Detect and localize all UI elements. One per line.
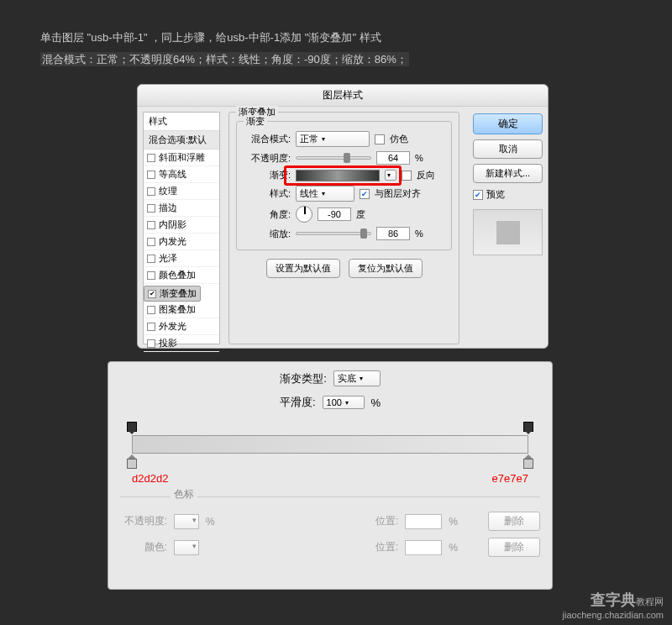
dialog-title: 图层样式 <box>138 85 548 107</box>
scale-slider[interactable] <box>296 232 371 235</box>
sidebar-item-label: 内发光 <box>159 235 186 248</box>
color-stop-left[interactable] <box>127 455 137 467</box>
angle-label: 角度: <box>244 208 291 221</box>
sidebar-item-label: 投影 <box>159 337 177 349</box>
gradient-bar[interactable] <box>132 435 528 454</box>
sidebar-checkbox-2[interactable] <box>147 187 155 196</box>
sidebar-item-7[interactable]: 颜色叠加 <box>144 267 219 284</box>
sidebar-blend-options[interactable]: 混合选项:默认 <box>144 131 219 150</box>
dither-checkbox[interactable] <box>375 134 385 144</box>
sidebar-item-9[interactable]: 图案叠加 <box>144 302 219 318</box>
sidebar-item-4[interactable]: 内阴影 <box>144 217 219 234</box>
sidebar-checkbox-7[interactable] <box>147 271 155 280</box>
stop-color-label: 颜色: <box>120 540 167 554</box>
instruction-text-1a: 单击图层 "usb-中部-1" ，同上步骤，给usb-中部-1添加 <box>40 31 302 44</box>
sidebar-item-label: 图案叠加 <box>159 303 196 316</box>
reset-default-button[interactable]: 复位为默认值 <box>349 259 423 278</box>
ok-button[interactable]: 确定 <box>473 113 543 134</box>
stop-opacity-swatch[interactable] <box>174 514 199 529</box>
scale-unit: % <box>415 228 423 239</box>
gradient-picker-arrow[interactable]: ▾ <box>385 170 396 181</box>
instruction-highlight: "渐变叠加" <box>305 31 356 44</box>
stop-opacity-pos-unit: % <box>449 516 458 528</box>
stops-header: 色标 <box>171 488 197 500</box>
sidebar-item-label: 等高线 <box>159 168 186 181</box>
sidebar-item-11[interactable]: 投影 <box>144 335 219 352</box>
sidebar-item-label: 内阴影 <box>159 218 186 231</box>
style-label: 样式: <box>244 187 291 200</box>
angle-value[interactable]: -90 <box>318 207 351 221</box>
sidebar-item-0[interactable]: 斜面和浮雕 <box>144 150 219 166</box>
sidebar-item-6[interactable]: 光泽 <box>144 250 219 267</box>
instruction-text-1c: 样式 <box>360 31 381 44</box>
sidebar-checkbox-11[interactable] <box>147 339 155 348</box>
opacity-value[interactable]: 64 <box>376 151 410 165</box>
reverse-checkbox[interactable] <box>402 171 412 181</box>
stop-opacity-unit: % <box>206 516 215 528</box>
style-select[interactable]: 线性▾ <box>296 186 354 202</box>
sidebar-checkbox-9[interactable] <box>147 306 155 314</box>
sidebar-checkbox-8[interactable]: ✔ <box>148 290 156 298</box>
stop-color-pos-unit: % <box>449 542 458 554</box>
sidebar-checkbox-3[interactable] <box>147 204 155 213</box>
sidebar-checkbox-10[interactable] <box>147 323 155 331</box>
sidebar-checkbox-6[interactable] <box>147 255 155 263</box>
preview-box <box>473 209 543 255</box>
cancel-button[interactable]: 取消 <box>473 139 543 159</box>
align-checkbox[interactable]: ✔ <box>360 189 370 199</box>
gradient-swatch[interactable] <box>296 170 380 181</box>
sidebar-item-label: 斜面和浮雕 <box>159 151 205 164</box>
inner-label: 渐变 <box>244 115 267 128</box>
reverse-label: 反向 <box>417 169 435 181</box>
opacity-stop-right[interactable] <box>523 422 533 433</box>
smoothness-unit: % <box>371 397 381 409</box>
stop-color-swatch[interactable] <box>174 540 199 555</box>
gradient-editor: 渐变类型: 实底▾ 平滑度: 100▾ % d2d2d2 e7e7e7 色标 不… <box>108 361 553 590</box>
sidebar-checkbox-1[interactable] <box>147 171 155 179</box>
instruction-params: 混合模式：正常；不透明度64%；样式：线性；角度：-90度；缩放：86%； <box>40 52 409 66</box>
opacity-unit: % <box>415 153 423 163</box>
smoothness-select[interactable]: 100▾ <box>323 396 365 409</box>
sidebar-item-label: 描边 <box>159 202 177 214</box>
delete-color-stop-button[interactable]: 删除 <box>488 538 540 557</box>
layer-style-dialog: 图层样式 样式 混合选项:默认 斜面和浮雕等高线纹理描边内阴影内发光光泽颜色叠加… <box>137 84 549 349</box>
sidebar-item-5[interactable]: 内发光 <box>144 234 219 250</box>
stop-opacity-label: 不透明度: <box>120 514 167 528</box>
watermark: 查字典教程网 jiaocheng.chazidian.com <box>563 590 664 620</box>
opacity-label: 不透明度: <box>244 152 291 165</box>
sidebar-item-label: 光泽 <box>159 252 177 265</box>
sidebar-checkbox-5[interactable] <box>147 238 155 246</box>
smoothness-label: 平滑度: <box>280 395 316 410</box>
sidebar-item-2[interactable]: 纹理 <box>144 183 219 200</box>
opacity-stop-left[interactable] <box>127 422 137 433</box>
sidebar-item-label: 颜色叠加 <box>159 269 196 281</box>
sidebar-head-styles[interactable]: 样式 <box>144 113 219 131</box>
stop-color-pos-label: 位置: <box>375 540 398 554</box>
opacity-slider[interactable] <box>296 156 371 160</box>
sidebar-item-3[interactable]: 描边 <box>144 200 219 217</box>
sidebar-item-1[interactable]: 等高线 <box>144 166 219 183</box>
gradient-type-select[interactable]: 实底▾ <box>333 370 381 386</box>
stop-opacity-pos-label: 位置: <box>375 514 398 528</box>
sidebar-item-label: 外发光 <box>159 320 186 333</box>
sidebar-item-10[interactable]: 外发光 <box>144 318 219 335</box>
color-stop-right[interactable] <box>523 455 533 467</box>
dither-label: 仿色 <box>390 133 408 145</box>
blend-mode-select[interactable]: 正常▾ <box>296 131 370 147</box>
blend-mode-label: 混合模式: <box>244 133 291 145</box>
angle-dial[interactable] <box>296 206 312 223</box>
style-sidebar: 样式 混合选项:默认 斜面和浮雕等高线纹理描边内阴影内发光光泽颜色叠加✔渐变叠加… <box>143 112 220 344</box>
stop-color-pos-input[interactable] <box>405 540 442 555</box>
new-style-button[interactable]: 新建样式... <box>473 164 543 183</box>
sidebar-checkbox-4[interactable] <box>147 221 155 229</box>
delete-opacity-stop-button[interactable]: 删除 <box>488 512 540 531</box>
sidebar-checkbox-0[interactable] <box>147 154 155 162</box>
make-default-button[interactable]: 设置为默认值 <box>266 259 340 278</box>
preview-checkbox[interactable]: ✔ <box>473 190 483 200</box>
gradient-label: 渐变: <box>244 169 291 181</box>
gradient-type-label: 渐变类型: <box>280 371 327 386</box>
stop-opacity-pos-input[interactable] <box>405 514 442 529</box>
align-label: 与图层对齐 <box>375 187 421 200</box>
scale-value[interactable]: 86 <box>376 227 410 240</box>
sidebar-item-8[interactable]: ✔渐变叠加 <box>144 286 201 302</box>
